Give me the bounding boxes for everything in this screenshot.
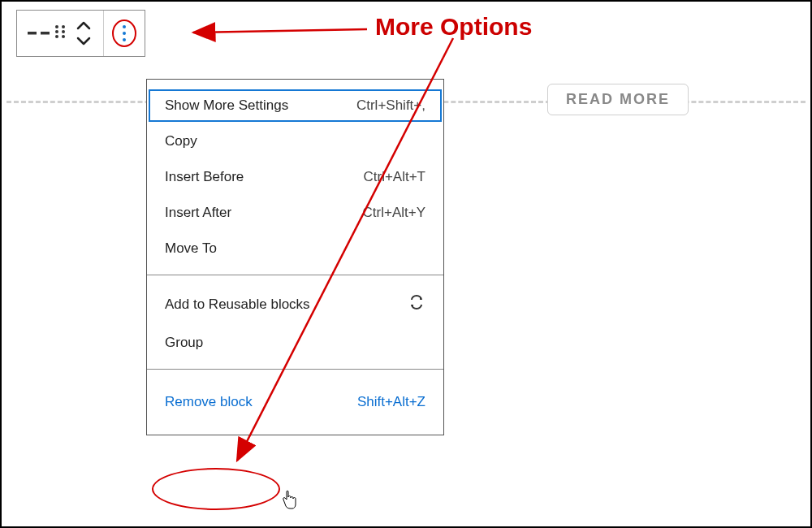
menu-item-label: Insert After [165,205,231,221]
more-vertical-icon[interactable] [123,25,126,41]
menu-item-shortcut: Ctrl+Alt+Y [363,205,425,221]
svg-point-4 [55,30,58,33]
svg-rect-1 [41,32,50,35]
menu-item-show-more-settings[interactable]: Show More Settings Ctrl+Shift+, [147,88,443,123]
menu-item-label: Copy [165,133,197,149]
menu-item-label: Group [165,335,203,351]
svg-point-5 [62,30,65,33]
convert-icon [408,293,425,315]
annotation-ellipse-remove [152,468,280,510]
menu-item-label: Add to Reusable blocks [165,296,310,313]
read-more-block[interactable]: READ MORE [547,84,689,115]
menu-item-shortcut: Ctrl+Alt+T [363,169,425,185]
svg-point-2 [55,25,58,28]
chevron-down-icon[interactable] [72,33,95,48]
menu-item-label: Move To [165,240,217,257]
menu-section-1: Show More Settings Ctrl+Shift+, Copy Ins… [147,80,443,275]
menu-item-copy[interactable]: Copy [147,123,443,159]
menu-item-add-reusable[interactable]: Add to Reusable blocks [147,283,443,325]
block-toolbar [16,10,145,57]
drag-handle-icon[interactable] [53,24,72,43]
more-options-menu: Show More Settings Ctrl+Shift+, Copy Ins… [146,79,444,435]
pointer-cursor-icon [281,490,297,509]
svg-point-3 [62,25,65,28]
read-more-label: READ MORE [566,91,670,107]
menu-item-shortcut: Ctrl+Shift+, [356,97,425,114]
annotation-circle-more [112,19,136,47]
menu-item-move-to[interactable]: Move To [147,231,443,266]
menu-item-group[interactable]: Group [147,325,443,361]
toolbar-cell-block-move [17,11,104,56]
toolbar-cell-more [104,11,145,56]
menu-item-label: Show More Settings [165,97,288,114]
menu-item-insert-after[interactable]: Insert After Ctrl+Alt+Y [147,195,443,231]
menu-section-2: Add to Reusable blocks Group [147,275,443,370]
svg-point-6 [55,35,58,38]
menu-item-insert-before[interactable]: Insert Before Ctrl+Alt+T [147,159,443,195]
menu-item-label: Remove block [165,394,253,410]
block-movers [72,19,95,48]
svg-line-8 [193,29,367,32]
menu-item-label: Insert Before [165,169,244,185]
menu-section-3: Remove block Shift+Alt+Z [147,370,443,435]
svg-rect-0 [28,32,37,35]
menu-item-remove-block[interactable]: Remove block Shift+Alt+Z [147,384,443,420]
chevron-up-icon[interactable] [72,19,95,33]
annotation-label: More Options [375,13,532,41]
horizontal-rule-icon[interactable] [25,28,53,39]
svg-point-7 [62,35,65,38]
menu-item-shortcut: Shift+Alt+Z [357,394,425,410]
